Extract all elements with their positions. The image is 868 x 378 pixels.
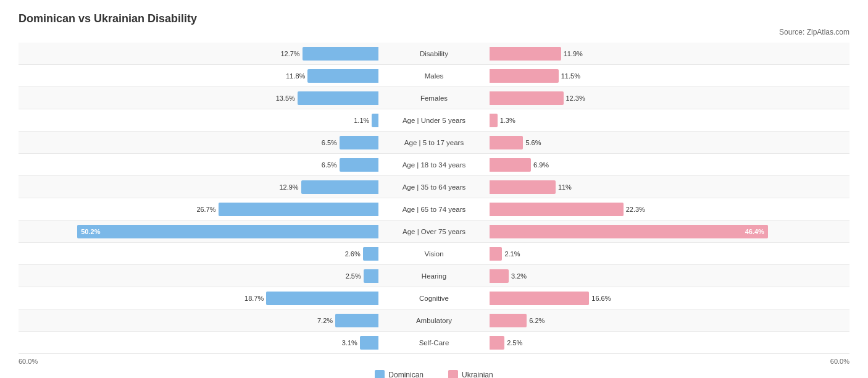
left-section: 3.1% — [19, 332, 378, 353]
left-section: 13.5% — [19, 87, 378, 109]
bar-ukrainian — [490, 247, 502, 261]
left-section: 2.5% — [19, 265, 378, 287]
bar-ukrainian — [490, 136, 523, 149]
left-section: 12.9% — [19, 176, 378, 198]
value-label-dominican: 11.8% — [286, 72, 305, 80]
bar-row-inner: 6.5%Age | 18 to 34 years6.9% — [19, 154, 849, 175]
bar-row-inner: 13.5%Females12.3% — [19, 87, 849, 109]
right-section: 11.5% — [490, 65, 849, 86]
right-section: 5.6% — [490, 132, 849, 153]
value-label-ukrainian: 5.6% — [525, 139, 541, 146]
value-label-ukrainian: 11% — [558, 183, 572, 191]
bar-dominican — [364, 269, 378, 283]
row-label: Age | 65 to 74 years — [378, 206, 490, 213]
bar-dominican — [372, 114, 378, 127]
value-label-dominican: 26.7% — [196, 206, 215, 213]
bar-value-dominican: 50.2% — [77, 228, 104, 235]
row-label: Males — [378, 72, 490, 80]
right-section: 11.9% — [490, 43, 849, 64]
bar-ukrainian — [490, 336, 504, 350]
bar-ukrainian — [490, 269, 509, 283]
value-label-ukrainian: 2.5% — [507, 339, 522, 346]
bar-row: 11.8%Males11.5% — [19, 65, 849, 87]
legend: Dominican Ukrainian — [19, 370, 849, 378]
bar-row: 2.6%Vision2.1% — [19, 243, 849, 265]
right-section: 11% — [490, 176, 849, 198]
left-section: 1.1% — [19, 109, 378, 131]
bar-row-inner: 3.1%Self-Care2.5% — [19, 332, 849, 353]
left-section: 6.5% — [19, 154, 378, 175]
row-label: Age | 35 to 64 years — [378, 183, 490, 191]
chart-title: Dominican vs Ukrainian Disability — [19, 12, 849, 25]
value-label-ukrainian: 22.3% — [626, 206, 645, 213]
value-label-ukrainian: 3.2% — [511, 272, 527, 280]
value-label-dominican: 3.1% — [342, 339, 357, 346]
bar-row-inner: 18.7%Cognitive16.6% — [19, 287, 849, 309]
value-label-ukrainian: 2.1% — [504, 250, 520, 258]
bar-row: 12.9%Age | 35 to 64 years11% — [19, 176, 849, 198]
value-label-dominican: 13.5% — [276, 94, 295, 102]
legend-dominican-label: Dominican — [388, 371, 424, 378]
value-label-dominican: 12.7% — [280, 50, 299, 57]
value-label-dominican: 12.9% — [279, 183, 298, 191]
bar-ukrainian — [490, 47, 561, 61]
bar-row: 2.5%Hearing3.2% — [19, 265, 849, 287]
value-label-ukrainian: 12.3% — [566, 94, 585, 102]
row-label: Cognitive — [378, 295, 490, 302]
left-section: 11.8% — [19, 65, 378, 86]
left-section: 26.7% — [19, 198, 378, 220]
bar-row-inner: 50.2%50.2%Age | Over 75 years46.4%46.4% — [19, 220, 849, 242]
chart-container: 12.7%Disability11.9%11.8%Males11.5%13.5%… — [19, 43, 849, 354]
right-section: 6.2% — [490, 309, 849, 331]
bar-dominican — [219, 203, 378, 216]
bar-row-inner: 1.1%Age | Under 5 years1.3% — [19, 109, 849, 131]
bar-dominican — [303, 47, 378, 61]
bar-row: 6.5%Age | 18 to 34 years6.9% — [19, 154, 849, 176]
bar-row: 13.5%Females12.3% — [19, 87, 849, 109]
row-label: Hearing — [378, 272, 490, 280]
left-section: 2.6% — [19, 243, 378, 264]
left-section: 7.2% — [19, 309, 378, 331]
bar-dominican — [335, 314, 378, 327]
row-label: Females — [378, 94, 490, 102]
bar-dominican — [266, 292, 378, 305]
row-label: Vision — [378, 250, 490, 258]
left-section: 18.7% — [19, 287, 378, 309]
value-label-ukrainian: 11.9% — [564, 50, 583, 57]
right-section: 16.6% — [490, 287, 849, 309]
legend-dominican-box — [375, 370, 385, 378]
value-label-dominican: 7.2% — [317, 317, 333, 324]
x-axis-right: 60.0% — [830, 358, 849, 365]
value-label-dominican: 1.1% — [354, 117, 369, 124]
legend-ukrainian-label: Ukrainian — [462, 371, 493, 378]
source-label: Source: ZipAtlas.com — [19, 28, 849, 36]
right-section: 2.1% — [490, 243, 849, 264]
bar-ukrainian — [490, 114, 498, 127]
bar-row: 1.1%Age | Under 5 years1.3% — [19, 109, 849, 132]
bar-row-inner: 11.8%Males11.5% — [19, 65, 849, 86]
bar-row: 26.7%Age | 65 to 74 years22.3% — [19, 198, 849, 220]
bar-ukrainian — [490, 292, 589, 305]
bar-dominican — [340, 158, 378, 172]
bar-ukrainian — [490, 180, 556, 194]
legend-ukrainian-box — [448, 370, 458, 378]
bar-value-ukrainian: 46.4% — [741, 228, 768, 235]
bar-dominican — [307, 69, 378, 83]
bar-row-inner: 12.7%Disability11.9% — [19, 43, 849, 64]
legend-dominican: Dominican — [375, 370, 424, 378]
bar-row-inner: 2.5%Hearing3.2% — [19, 265, 849, 287]
right-section: 6.9% — [490, 154, 849, 175]
bar-dominican — [360, 336, 378, 350]
right-section: 12.3% — [490, 87, 849, 109]
value-label-dominican: 6.5% — [322, 139, 337, 146]
x-axis: 60.0% 60.0% — [19, 358, 849, 365]
row-label: Age | 18 to 34 years — [378, 161, 490, 169]
bar-ukrainian — [490, 314, 527, 327]
value-label-dominican: 18.7% — [244, 295, 264, 302]
value-label-dominican: 6.5% — [322, 161, 337, 169]
bar-dominican — [301, 180, 378, 194]
bar-row-inner: 2.6%Vision2.1% — [19, 243, 849, 264]
bar-row-inner: 7.2%Ambulatory6.2% — [19, 309, 849, 331]
bar-ukrainian — [490, 203, 624, 216]
left-section: 50.2%50.2% — [19, 220, 378, 242]
